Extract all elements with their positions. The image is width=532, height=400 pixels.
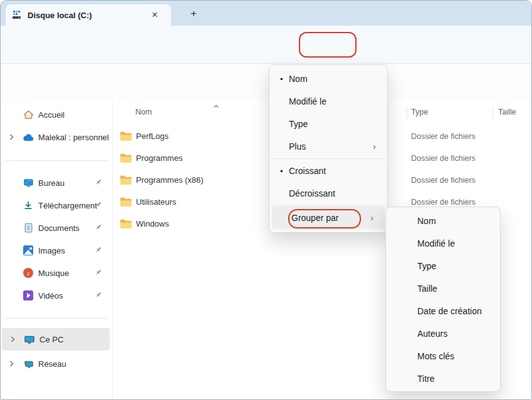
submenu-item-nom[interactable]: Nom: [386, 210, 500, 232]
sidebar-item-onedrive[interactable]: Malekal : personnel: [1, 126, 111, 148]
video-icon: [23, 290, 33, 300]
chevron-right-icon[interactable]: [7, 133, 16, 141]
submenu-arrow-icon: ›: [373, 141, 387, 151]
tab-bar: Disque local (C:) × +: [1, 1, 532, 26]
desktop-icon: [23, 177, 34, 188]
sidebar-divider: [6, 318, 107, 319]
navigation-pane: Accueil Malekal : personnel Bureau: [1, 101, 112, 400]
submenu-item-auteurs[interactable]: Auteurs: [386, 322, 500, 345]
folder-icon: [120, 197, 132, 207]
submenu-arrow-icon: ›: [370, 213, 385, 223]
image-icon: [23, 245, 33, 255]
pin-icon: [94, 290, 104, 300]
menu-item-type[interactable]: Type: [269, 113, 387, 135]
column-divider[interactable]: [493, 106, 493, 120]
sidebar-item-reseau[interactable]: Réseau: [1, 352, 111, 375]
new-tab-button[interactable]: +: [186, 6, 201, 21]
computer-icon: [24, 334, 35, 345]
chevron-right-icon[interactable]: [8, 335, 17, 344]
sidebar-item-accueil[interactable]: Accueil: [1, 103, 111, 126]
document-icon: [23, 222, 34, 233]
chevron-right-icon[interactable]: [7, 359, 16, 368]
menu-item-decroissant[interactable]: Décroissant: [269, 182, 387, 205]
menu-item-croissant[interactable]: • Croissant: [269, 160, 387, 182]
selected-bullet: •: [269, 74, 289, 84]
submenu-item-modifie-le[interactable]: Modifié le: [386, 232, 500, 255]
sidebar-item-ce-pc[interactable]: Ce PC: [2, 328, 110, 351]
pin-icon: [94, 245, 104, 255]
menu-item-plus[interactable]: Plus ›: [269, 135, 387, 158]
menu-item-modifie-le[interactable]: Modifié le: [269, 90, 387, 113]
toolbar: Nouveau ⌄ Trier ⌄: [1, 26, 532, 64]
drive-icon: [12, 10, 22, 20]
tab-title: Disque local (C:): [28, 11, 147, 20]
sidebar-item-documents[interactable]: Documents: [1, 217, 111, 239]
sort-ascending-icon: [212, 103, 220, 110]
sidebar-divider: [6, 160, 107, 161]
download-icon: [23, 200, 34, 211]
folder-icon: [120, 131, 132, 141]
close-tab-icon[interactable]: ×: [147, 8, 162, 23]
sidebar-item-images[interactable]: Images: [1, 239, 111, 262]
pin-icon: [94, 200, 104, 210]
sort-menu: • Nom Modifié le Type Plus › • Croissant…: [269, 64, 388, 233]
column-header-nom[interactable]: Nom: [135, 108, 152, 116]
selected-bullet: •: [269, 167, 289, 176]
home-icon: [23, 109, 34, 120]
tab-disque-local[interactable]: Disque local (C:) ×: [6, 4, 171, 26]
submenu-item-mots-cles[interactable]: Mots clés: [386, 345, 500, 367]
onedrive-cloud-icon: [23, 131, 34, 143]
sidebar-item-telechargement[interactable]: Téléchargement: [1, 194, 111, 217]
menu-item-grouper-par[interactable]: Grouper par ›: [272, 207, 385, 229]
network-icon: [23, 358, 34, 369]
folder-icon: [120, 175, 132, 185]
sidebar-item-musique[interactable]: ♪ Musique: [1, 262, 111, 284]
menu-divider: [271, 158, 386, 159]
folder-icon: [120, 218, 132, 229]
column-header-taille[interactable]: Taille: [498, 108, 516, 116]
pin-icon: [94, 268, 104, 278]
file-explorer-window: Disque local (C:) × + Nouveau ⌄: [0, 0, 532, 400]
menu-item-nom[interactable]: • Nom: [269, 68, 387, 90]
pin-icon: [94, 223, 104, 233]
menu-divider: [271, 205, 386, 206]
folder-icon: [120, 153, 132, 163]
sidebar-item-videos[interactable]: Vidéos: [1, 284, 111, 307]
address-bar: ← → ⌄ ↑ › Ce PC › Disque local (C:) ›: [1, 64, 532, 101]
column-header-type[interactable]: Type: [411, 108, 428, 116]
submenu-item-type[interactable]: Type: [386, 255, 500, 277]
pin-icon: [94, 178, 104, 188]
submenu-item-date-de-creation[interactable]: Date de création: [386, 300, 500, 322]
music-icon: ♪: [23, 268, 33, 278]
group-by-submenu: Nom Modifié le Type Taille Date de créat…: [385, 207, 501, 392]
column-divider[interactable]: [407, 106, 407, 120]
submenu-item-titre[interactable]: Titre: [386, 367, 500, 390]
submenu-item-taille[interactable]: Taille: [386, 277, 500, 300]
sidebar-item-bureau[interactable]: Bureau: [1, 172, 111, 194]
